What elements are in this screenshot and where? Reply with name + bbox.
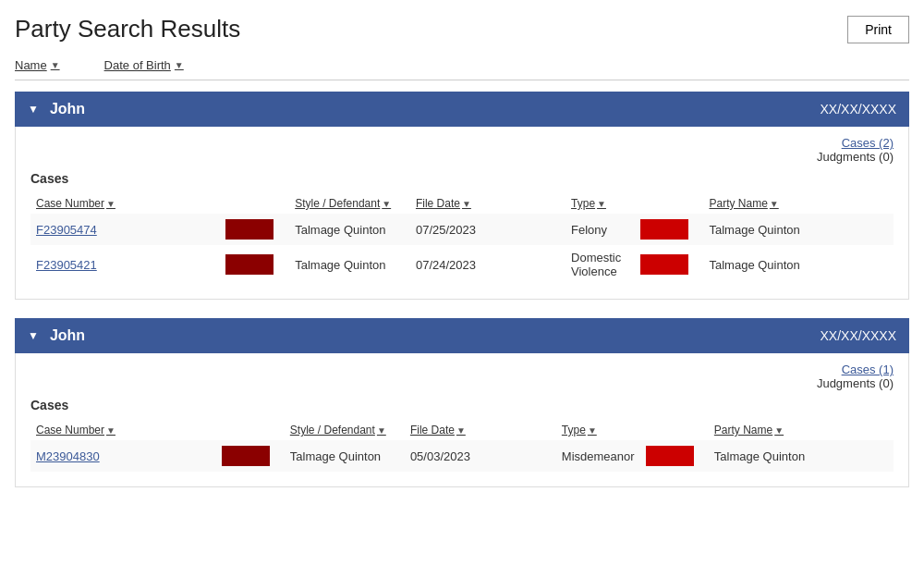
table-row: F23905421Talmage Quinton07/24/2023Domest… <box>30 245 894 284</box>
col-sort-icon-1-5: ▼ <box>770 199 779 209</box>
redacted-photo2-1-2 <box>635 245 704 284</box>
col-img-1-before-style <box>220 193 289 214</box>
filter-dob[interactable]: Date of Birth ▼ <box>104 58 184 72</box>
party-header-1: ▼ John XX/XX/XXXX <box>15 92 909 127</box>
section-label-1: Cases <box>30 171 894 186</box>
col-header-2-1[interactable]: Case Number▼ <box>30 420 216 440</box>
col-label: Style / Defendant <box>290 424 375 437</box>
judgments-1: Judgments (0) <box>817 150 894 164</box>
col-label: Party Name <box>709 197 767 210</box>
redacted-photo2-1-1 <box>635 214 704 245</box>
col-filedate-label: File Date <box>416 197 460 210</box>
party-name-cell-1-2: Talmage Quinton <box>703 245 894 284</box>
filter-dob-arrow: ▼ <box>175 60 184 70</box>
redacted-box-dark-2-1 <box>222 446 270 466</box>
case-number-link-1-2[interactable]: F23905421 <box>36 258 97 272</box>
party-dob-2: XX/XX/XXXX <box>821 328 896 343</box>
col-header-1-3[interactable]: File Date▼ <box>410 193 565 214</box>
party-name-cell-1-1: Talmage Quinton <box>703 214 894 245</box>
redacted-box-dark-1-1 <box>225 219 274 240</box>
cases-table-1: Case Number▼Style / Defendant▼File Date▼… <box>30 193 894 284</box>
col-header-2-4[interactable]: Type▼ <box>556 420 640 440</box>
file-date-cell-1-2: 07/24/2023 <box>410 245 565 284</box>
party-body-1: Cases (2) Judgments (0) CasesCase Number… <box>15 127 909 300</box>
col-sort-icon-2-4: ▼ <box>588 425 597 436</box>
col-header-2-5[interactable]: Party Name▼ <box>709 420 894 440</box>
col-filedate-label: File Date <box>410 424 455 437</box>
col-img-2-before-style <box>216 420 285 440</box>
redacted-box-1-1 <box>640 219 688 240</box>
filedate-sort-icon: ▼ <box>462 199 471 209</box>
redacted-box-dark-1-2 <box>225 254 274 275</box>
page-header: Party Search Results Print <box>15 15 909 43</box>
redacted-photo-1-1 <box>220 214 289 245</box>
filter-name[interactable]: Name ▼ <box>15 58 60 72</box>
case-number-cell-1-1: F23905474 <box>30 214 220 245</box>
col-sort-icon-1-2: ▼ <box>382 199 391 209</box>
col-header-2-3[interactable]: File Date▼ <box>405 420 556 440</box>
case-number-link-1-1[interactable]: F23905474 <box>36 223 97 237</box>
page-title: Party Search Results <box>15 15 240 43</box>
filedate-sort-icon: ▼ <box>456 425 466 436</box>
table-row: F23905474Talmage Quinton07/25/2023Felony… <box>30 214 894 245</box>
col-label: Party Name <box>714 424 772 437</box>
print-button[interactable]: Print <box>847 16 909 43</box>
col-header-1-1[interactable]: Case Number▼ <box>30 193 220 214</box>
collapse-arrow-2[interactable]: ▼ <box>28 329 39 342</box>
col-label: Type <box>571 197 595 210</box>
col-sort-icon-1-1: ▼ <box>106 199 116 209</box>
file-date-cell-1-1: 07/25/2023 <box>410 214 565 245</box>
style-defendant-cell-2-1: Talmage Quinton <box>285 440 405 472</box>
style-defendant-cell-1-1: Talmage Quinton <box>289 214 410 245</box>
party-name-cell-2-1: Talmage Quinton <box>709 440 894 472</box>
filter-name-label: Name <box>15 58 47 72</box>
party-block-1: ▼ John XX/XX/XXXX Cases (2) Judgments (0… <box>15 92 909 300</box>
filter-row: Name ▼ Date of Birth ▼ <box>15 58 909 80</box>
col-img-1-before-party <box>635 193 704 214</box>
party-name-2: John <box>50 327 809 344</box>
col-header-1-4[interactable]: Type▼ <box>565 193 635 214</box>
table-row: M23904830Talmage Quinton05/03/2023Misdem… <box>30 440 894 472</box>
counts-row-2: Cases (1) Judgments (0) <box>30 363 894 390</box>
judgments-2: Judgments (0) <box>817 376 894 390</box>
case-number-link-2-1[interactable]: M23904830 <box>36 449 100 463</box>
col-sort-icon-2-2: ▼ <box>377 425 386 436</box>
col-header-2-2[interactable]: Style / Defendant▼ <box>285 420 405 440</box>
type-cell-1-2: Domestic Violence <box>565 245 635 284</box>
cases-table-2: Case Number▼Style / Defendant▼File Date▼… <box>30 420 894 472</box>
party-body-2: Cases (1) Judgments (0) CasesCase Number… <box>15 353 909 487</box>
col-img-2-before-party <box>640 420 709 440</box>
type-cell-2-1: Misdemeanor <box>556 440 640 472</box>
redacted-box-1-2 <box>640 254 688 275</box>
cases-link-1[interactable]: Cases (2) <box>842 136 894 150</box>
col-sort-icon-2-5: ▼ <box>774 425 784 436</box>
col-label: Type <box>562 424 586 437</box>
redacted-photo-1-2 <box>220 245 289 284</box>
file-date-cell-2-1: 05/03/2023 <box>405 440 556 472</box>
filter-dob-label: Date of Birth <box>104 58 171 72</box>
col-label: Case Number <box>36 197 104 210</box>
style-defendant-cell-1-2: Talmage Quinton <box>289 245 410 284</box>
col-label: Case Number <box>36 424 104 437</box>
redacted-box-2-1 <box>646 446 694 466</box>
case-number-cell-1-2: F23905421 <box>30 245 220 284</box>
col-sort-icon-1-4: ▼ <box>597 199 606 209</box>
party-block-2: ▼ John XX/XX/XXXX Cases (1) Judgments (0… <box>15 318 909 487</box>
party-name-1: John <box>50 101 809 117</box>
type-cell-1-1: Felony <box>565 214 635 245</box>
col-label: Style / Defendant <box>295 197 380 210</box>
redacted-photo2-2-1 <box>640 440 709 472</box>
parties-container: ▼ John XX/XX/XXXX Cases (2) Judgments (0… <box>15 92 909 487</box>
collapse-arrow-1[interactable]: ▼ <box>28 103 39 116</box>
case-number-cell-2-1: M23904830 <box>30 440 216 472</box>
col-header-1-2[interactable]: Style / Defendant▼ <box>289 193 410 214</box>
cases-link-2[interactable]: Cases (1) <box>842 363 894 376</box>
section-label-2: Cases <box>30 398 894 412</box>
filter-name-arrow: ▼ <box>51 60 60 70</box>
col-sort-icon-2-1: ▼ <box>106 425 116 436</box>
party-header-2: ▼ John XX/XX/XXXX <box>15 318 909 353</box>
redacted-photo-2-1 <box>216 440 285 472</box>
col-header-1-5[interactable]: Party Name▼ <box>703 193 894 214</box>
counts-row-1: Cases (2) Judgments (0) <box>30 136 894 164</box>
party-dob-1: XX/XX/XXXX <box>821 102 896 117</box>
